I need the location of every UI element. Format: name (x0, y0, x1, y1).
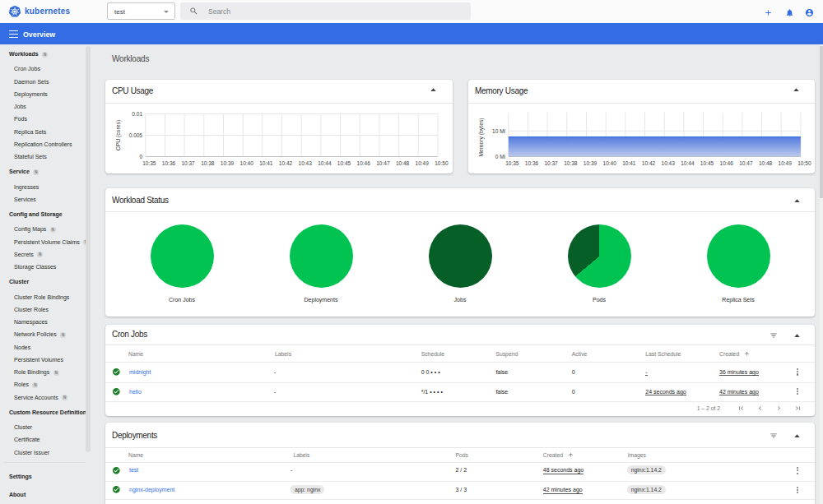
svg-text:10:50: 10:50 (797, 160, 811, 165)
svg-text:10:44: 10:44 (318, 160, 332, 165)
svg-text:10:40: 10:40 (240, 160, 254, 165)
svg-text:10:45: 10:45 (700, 160, 714, 165)
svg-text:10:45: 10:45 (337, 160, 351, 165)
svg-text:10:46: 10:46 (357, 160, 371, 165)
svg-text:10:38: 10:38 (564, 160, 578, 165)
svg-text:10:37: 10:37 (181, 160, 195, 165)
svg-text:10:43: 10:43 (299, 160, 313, 165)
svg-text:0.005: 0.005 (129, 132, 143, 138)
svg-text:10:39: 10:39 (221, 160, 235, 165)
svg-text:10:46: 10:46 (720, 160, 734, 165)
svg-text:10:40: 10:40 (603, 160, 617, 165)
svg-text:10:50: 10:50 (435, 160, 449, 165)
svg-text:10:49: 10:49 (416, 160, 430, 165)
svg-text:0 Mi: 0 Mi (495, 154, 505, 160)
svg-text:CPU (cores): CPU (cores) (115, 119, 122, 150)
svg-text:10:41: 10:41 (259, 160, 273, 165)
svg-text:0.01: 0.01 (132, 111, 142, 117)
svg-text:10:36: 10:36 (162, 160, 176, 165)
svg-text:Memory (bytes): Memory (bytes) (478, 118, 485, 156)
svg-text:10:48: 10:48 (396, 160, 410, 165)
svg-text:10:43: 10:43 (662, 160, 676, 165)
svg-text:10:49: 10:49 (779, 160, 793, 165)
svg-text:10:44: 10:44 (681, 160, 695, 165)
svg-text:10:41: 10:41 (622, 160, 636, 165)
svg-text:10:42: 10:42 (642, 160, 656, 165)
svg-text:10:38: 10:38 (201, 160, 215, 165)
svg-text:10 Mi: 10 Mi (492, 127, 505, 133)
svg-text:10:35: 10:35 (142, 160, 156, 165)
svg-text:10:37: 10:37 (544, 160, 558, 165)
svg-text:10:42: 10:42 (279, 160, 293, 165)
svg-text:10:47: 10:47 (376, 160, 390, 165)
svg-text:0: 0 (139, 154, 142, 160)
svg-text:10:48: 10:48 (759, 160, 773, 165)
svg-text:10:35: 10:35 (505, 160, 519, 165)
svg-text:10:36: 10:36 (525, 160, 539, 165)
svg-text:10:47: 10:47 (739, 160, 753, 165)
svg-text:10:39: 10:39 (584, 160, 597, 165)
